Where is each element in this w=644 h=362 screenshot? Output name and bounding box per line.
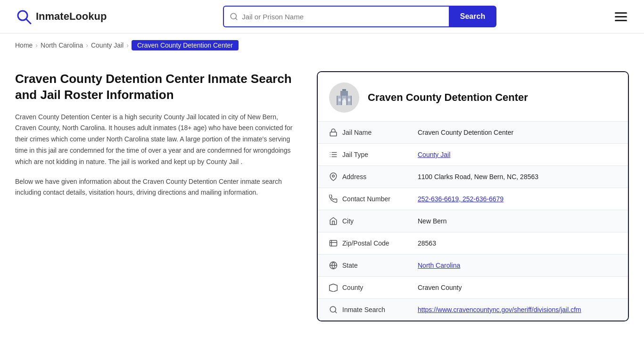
info-row-city: CityNew Bern bbox=[318, 210, 628, 232]
search-area: Search bbox=[223, 6, 496, 27]
right-column: Craven County Detention Center Jail Name… bbox=[317, 71, 629, 321]
row-label-1: Jail Type bbox=[342, 151, 418, 158]
search-input[interactable] bbox=[242, 13, 443, 21]
row-value-7: Craven County bbox=[418, 284, 617, 291]
row-label-6: State bbox=[342, 262, 418, 269]
description-1: Craven County Detention Center is a high… bbox=[15, 112, 298, 168]
svg-rect-9 bbox=[348, 99, 350, 101]
city-icon bbox=[329, 217, 342, 225]
svg-line-1 bbox=[26, 19, 31, 24]
svg-point-22 bbox=[332, 175, 335, 177]
site-header: InmateLookup Search bbox=[0, 0, 644, 33]
phone-icon bbox=[329, 195, 342, 203]
info-row-county: CountyCraven County bbox=[318, 277, 628, 299]
breadcrumb-north-carolina[interactable]: North Carolina bbox=[41, 41, 83, 49]
info-rows: Jail NameCraven County Detention CenterJ… bbox=[318, 122, 628, 321]
breadcrumb-sep2: › bbox=[86, 41, 88, 49]
jail-icon bbox=[329, 128, 342, 137]
row-label-8: Inmate Search bbox=[342, 306, 418, 313]
card-header: Craven County Detention Center bbox=[318, 72, 628, 122]
jail-info-card: Craven County Detention Center Jail Name… bbox=[317, 71, 629, 321]
card-jail-name: Craven County Detention Center bbox=[368, 91, 528, 104]
globe-icon bbox=[329, 261, 342, 270]
svg-rect-14 bbox=[347, 96, 347, 105]
row-link-1[interactable]: County Jail bbox=[418, 151, 450, 158]
logo-link[interactable]: InmateLookup bbox=[15, 8, 107, 25]
svg-rect-23 bbox=[330, 240, 337, 246]
building-icon bbox=[334, 87, 355, 108]
row-value-8: https://www.cravencountync.gov/sheriff/d… bbox=[418, 306, 617, 313]
page-title: Craven County Detention Center Inmate Se… bbox=[15, 71, 298, 103]
hamburger-line1 bbox=[615, 12, 627, 14]
breadcrumb-county-jail[interactable]: County Jail bbox=[91, 41, 124, 49]
info-row-zip/postal-code: Zip/Postal Code28563 bbox=[318, 232, 628, 255]
list-icon bbox=[329, 150, 342, 159]
row-link-3[interactable]: 252-636-6619, 252-636-6679 bbox=[418, 195, 504, 203]
breadcrumb-home[interactable]: Home bbox=[15, 41, 33, 49]
svg-rect-13 bbox=[341, 96, 342, 105]
row-link-6[interactable]: North Carolina bbox=[418, 262, 460, 269]
info-row-jail-type: Jail TypeCounty Jail bbox=[318, 144, 628, 166]
info-row-jail-name: Jail NameCraven County Detention Center bbox=[318, 122, 628, 144]
row-link-8[interactable]: https://www.cravencountync.gov/sheriff/d… bbox=[418, 306, 581, 313]
breadcrumb-current: Craven County Detention Center bbox=[132, 40, 239, 50]
row-value-4: New Bern bbox=[418, 217, 617, 225]
row-value-6: North Carolina bbox=[418, 262, 617, 269]
svg-rect-10 bbox=[342, 100, 346, 105]
row-label-7: County bbox=[342, 284, 418, 291]
svg-line-29 bbox=[335, 311, 336, 313]
svg-line-3 bbox=[236, 18, 237, 19]
svg-rect-15 bbox=[330, 132, 337, 136]
jail-avatar bbox=[329, 82, 359, 113]
search-icon bbox=[329, 305, 342, 314]
row-label-0: Jail Name bbox=[342, 129, 418, 136]
svg-rect-7 bbox=[339, 99, 341, 101]
row-label-4: City bbox=[342, 217, 418, 225]
info-row-contact-number: Contact Number252-636-6619, 252-636-6679 bbox=[318, 188, 628, 210]
hamburger-line2 bbox=[615, 16, 627, 17]
svg-rect-5 bbox=[340, 91, 348, 96]
row-label-2: Address bbox=[342, 173, 418, 181]
row-value-2: 1100 Clarks Road, New Bern, NC, 28563 bbox=[418, 173, 617, 181]
description-2: Below we have given information about th… bbox=[15, 176, 298, 199]
main-content: Craven County Detention Center Inmate Se… bbox=[0, 57, 644, 336]
zip-icon bbox=[329, 239, 342, 247]
logo-text: InmateLookup bbox=[36, 10, 107, 23]
search-input-wrap bbox=[223, 6, 449, 27]
logo-icon bbox=[15, 8, 32, 25]
row-label-5: Zip/Postal Code bbox=[342, 239, 418, 247]
svg-rect-6 bbox=[342, 89, 346, 91]
svg-rect-11 bbox=[337, 96, 338, 105]
hamburger-menu[interactable] bbox=[613, 10, 629, 23]
breadcrumb-sep3: › bbox=[126, 41, 129, 49]
info-row-state: StateNorth Carolina bbox=[318, 255, 628, 277]
svg-rect-12 bbox=[351, 96, 352, 105]
row-label-3: Contact Number bbox=[342, 195, 418, 203]
search-input-icon bbox=[230, 12, 238, 21]
row-value-1: County Jail bbox=[418, 151, 617, 158]
county-icon bbox=[329, 283, 342, 292]
location-icon bbox=[329, 173, 342, 181]
hamburger-line3 bbox=[615, 20, 627, 21]
row-value-5: 28563 bbox=[418, 239, 617, 247]
left-column: Craven County Detention Center Inmate Se… bbox=[15, 71, 317, 207]
breadcrumb-sep1: › bbox=[35, 41, 38, 49]
info-row-address: Address1100 Clarks Road, New Bern, NC, 2… bbox=[318, 166, 628, 188]
row-value-3: 252-636-6619, 252-636-6679 bbox=[418, 195, 617, 203]
row-value-0: Craven County Detention Center bbox=[418, 129, 617, 136]
breadcrumb: Home › North Carolina › County Jail › Cr… bbox=[0, 33, 644, 57]
info-row-inmate-search: Inmate Searchhttps://www.cravencountync.… bbox=[318, 299, 628, 321]
search-button[interactable]: Search bbox=[449, 6, 496, 27]
